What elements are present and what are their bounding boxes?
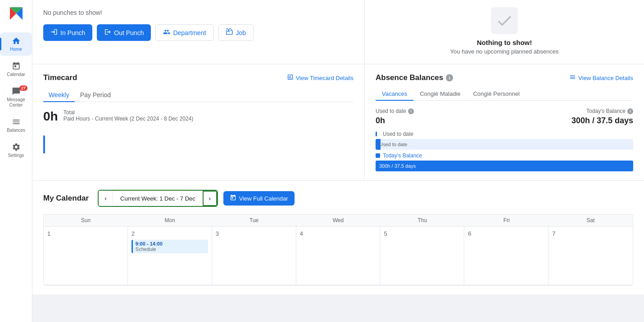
hours-sub: Paid Hours - Current Week (2 Dec 2024 - … <box>63 116 194 122</box>
in-punch-label: In Punch <box>60 29 85 36</box>
absence-balances-panel: Absence Balances i View Balance Details … <box>365 64 644 181</box>
cal-date-thu: 5 <box>384 230 460 237</box>
event-label-mon: Schedule <box>136 246 205 252</box>
message-badge: 27 <box>19 85 27 91</box>
tab-congie-maladie[interactable]: Congié Maladie <box>413 88 467 101</box>
settings-icon <box>11 142 21 152</box>
cal-header-tue: Tue <box>212 215 296 227</box>
calendar-section: My Calendar ‹ Current Week: 1 Dec - 7 De… <box>32 181 644 295</box>
out-punch-button[interactable]: Out Punch <box>97 24 151 41</box>
job-label: Job <box>236 29 246 36</box>
hours-info: Total Paid Hours - Current Week (2 Dec 2… <box>63 109 194 122</box>
job-icon <box>226 28 233 37</box>
view-balance-label: View Balance Details <box>578 75 633 81</box>
punch-panel: No punches to show! In Punch Out Punch <box>32 0 365 64</box>
sidebar-item-balances[interactable]: Balances <box>0 113 32 137</box>
week-label: Current Week: 1 Dec - 7 Dec <box>113 195 203 202</box>
view-timecard-button[interactable]: View Timecard Details <box>287 74 354 82</box>
today-info-icon: i <box>627 108 633 114</box>
punch-buttons: In Punch Out Punch Department <box>43 24 354 41</box>
tab-vacances[interactable]: Vacances <box>376 88 413 101</box>
out-punch-icon <box>104 28 111 37</box>
sidebar-item-settings-label: Settings <box>8 153 24 158</box>
today-bar-container: 300h / 37.5 days <box>376 161 633 171</box>
sidebar-item-messages[interactable]: 27 MessageCenter <box>0 83 32 112</box>
cal-cell-thu: 5 <box>380 227 464 285</box>
next-week-button[interactable]: › <box>203 191 217 206</box>
balances-icon <box>11 117 21 127</box>
cal-header-sat: Sat <box>549 215 633 227</box>
in-punch-button[interactable]: In Punch <box>43 24 92 41</box>
absence-placeholder-icon <box>491 7 518 34</box>
today-bar-indicator <box>376 153 380 158</box>
calendar-grid: Sun Mon Tue Wed Thu Fri Sat 1 2 9:00 - 1… <box>43 214 633 286</box>
bar-used-label: Used to date <box>383 131 413 137</box>
used-to-date-col: Used to date i 0h <box>376 108 414 125</box>
no-punches-text: No punches to show! <box>43 9 354 16</box>
calendar-icon <box>11 61 21 71</box>
today-bar-legend: Today's Balance <box>376 152 633 159</box>
used-bar-indicator <box>376 132 380 136</box>
used-bar-value-label: Used to date <box>379 142 407 147</box>
cal-header-wed: Wed <box>296 215 381 227</box>
hours-big: 0h <box>43 109 58 124</box>
department-button[interactable]: Department <box>155 24 213 41</box>
balance-bar-chart: Used to date Used to date Today's Balanc… <box>376 131 633 171</box>
cal-header-fri: Fri <box>464 215 549 227</box>
view-full-calendar-label: View Full Calendar <box>239 195 288 202</box>
timecard-link-icon <box>287 74 294 82</box>
tab-weekly[interactable]: Weekly <box>43 89 75 102</box>
sidebar-item-settings[interactable]: Settings <box>0 139 32 162</box>
view-balance-button[interactable]: View Balance Details <box>569 74 633 82</box>
department-label: Department <box>173 29 206 36</box>
sidebar-item-calendar[interactable]: Calendar <box>0 58 32 81</box>
cal-header-thu: Thu <box>380 215 464 227</box>
timecard-title: Timecard <box>43 73 77 82</box>
in-punch-icon <box>50 28 58 37</box>
cal-cell-sun: 1 <box>44 227 128 285</box>
prev-week-button[interactable]: ‹ <box>99 191 113 206</box>
view-full-calendar-button[interactable]: View Full Calendar <box>223 191 295 206</box>
job-button[interactable]: Job <box>218 24 254 41</box>
used-info-icon: i <box>408 108 414 114</box>
cal-cell-fri: 6 <box>464 227 549 285</box>
home-icon <box>11 36 21 46</box>
cal-event-mon[interactable]: 9:00 - 14:00 Schedule <box>132 240 208 253</box>
calendar-icon-btn <box>230 194 236 202</box>
cal-date-wed: 4 <box>300 230 376 237</box>
today-value: 300h / 37.5 days <box>571 116 633 125</box>
calendar-title: My Calendar <box>43 194 89 203</box>
absence-tabs: Vacances Congié Maladie Congié Personnel <box>376 88 633 101</box>
cal-cell-tue: 3 <box>212 227 296 285</box>
cal-header-mon: Mon <box>128 215 212 227</box>
today-bar-value-label: 300h / 37.5 days <box>379 163 416 169</box>
hours-display: 0h Total Paid Hours - Current Week (2 De… <box>43 109 354 124</box>
top-row: No punches to show! In Punch Out Punch <box>32 0 644 64</box>
tab-pay-period[interactable]: Pay Period <box>75 89 116 102</box>
absence-top-panel: Nothing to show! You have no upcoming pl… <box>365 0 644 64</box>
cal-cell-mon: 2 9:00 - 14:00 Schedule <box>128 227 212 285</box>
nothing-sub: You have no upcoming planned absences <box>450 48 559 55</box>
week-navigator: ‹ Current Week: 1 Dec - 7 Dec › <box>98 190 218 207</box>
balance-link-icon <box>569 74 576 82</box>
today-balance-label: Today's Balance i <box>586 108 633 114</box>
balance-values-row: Used to date i 0h Today's Balance i 300h… <box>376 108 633 125</box>
absence-info-icon: i <box>446 74 453 81</box>
department-icon <box>163 28 170 37</box>
timecard-bar-chart <box>43 131 354 153</box>
used-value: 0h <box>376 116 385 125</box>
absence-balances-title: Absence Balances <box>376 73 443 82</box>
timecard-tabs: Weekly Pay Period <box>43 89 354 102</box>
cal-cell-wed: 4 <box>296 227 381 285</box>
used-to-date-label: Used to date i <box>376 108 414 114</box>
main-content: No punches to show! In Punch Out Punch <box>32 0 644 322</box>
hours-total-label: Total <box>63 109 194 116</box>
event-time-mon: 9:00 - 14:00 <box>136 241 205 246</box>
out-punch-label: Out Punch <box>114 29 144 36</box>
absence-balances-header: Absence Balances i View Balance Details <box>376 73 633 82</box>
tab-congie-personnel[interactable]: Congié Personnel <box>467 88 526 101</box>
nothing-title: Nothing to show! <box>477 39 532 46</box>
sidebar-item-home[interactable]: Home <box>0 32 32 56</box>
today-balance-col: Today's Balance i 300h / 37.5 days <box>571 108 633 125</box>
middle-row: Timecard View Timecard Details Weekly Pa… <box>32 64 644 181</box>
